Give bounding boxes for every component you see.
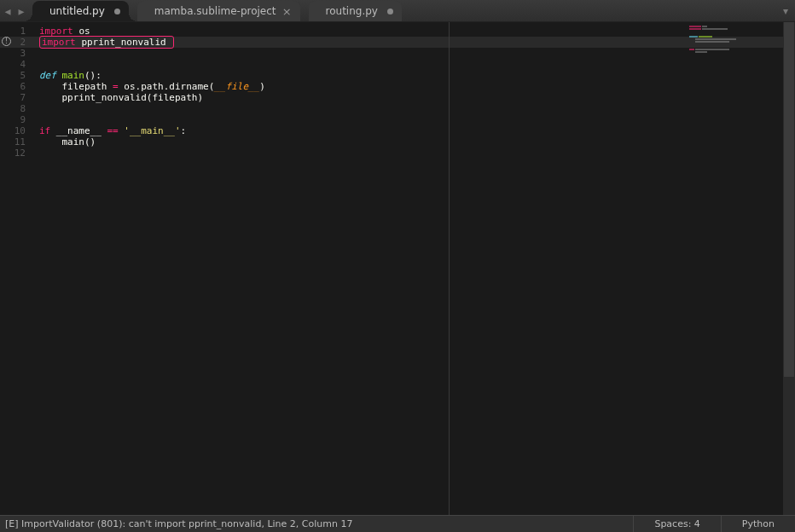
editor[interactable]: ! 1 2 3 4 5 6 7 8 9 10 11 12 import os i… <box>0 22 795 515</box>
nav-back-icon[interactable]: ◂ <box>2 4 14 18</box>
error-gutter-icon[interactable]: ! <box>2 37 11 46</box>
code-line <box>39 48 265 59</box>
line-number: 1 <box>0 26 32 37</box>
code-line: if __name__ == '__main__': <box>39 125 265 136</box>
tabs: untitled.py mamba.sublime-project × rout… <box>32 0 410 21</box>
gutter: ! 1 2 3 4 5 6 7 8 9 10 11 12 <box>0 22 32 159</box>
tab-bar: ◂ ▸ untitled.py mamba.sublime-project × … <box>0 0 795 22</box>
line-number: 8 <box>0 103 32 114</box>
line-number: 10 <box>0 125 32 136</box>
tab-label: mamba.sublime-project <box>154 5 276 17</box>
line-number: 12 <box>0 147 32 159</box>
scrollbar-thumb[interactable] <box>784 22 794 377</box>
line-number: 9 <box>0 114 32 125</box>
tab-label: routing.py <box>326 5 378 17</box>
tab-untitled[interactable]: untitled.py <box>32 1 129 21</box>
code-area[interactable]: import os import pprint_nonvalid def mai… <box>39 22 265 159</box>
code-line: filepath = os.path.dirname(__file__) <box>39 81 265 92</box>
code-line: main() <box>39 136 265 147</box>
dirty-dot-icon <box>114 9 120 14</box>
line-number: 6 <box>0 81 32 92</box>
code-line: def main(): <box>39 70 265 81</box>
line-number: 5 <box>0 70 32 81</box>
code-line <box>39 103 265 114</box>
minimap[interactable] <box>689 26 783 54</box>
tab-overflow-icon[interactable]: ▾ <box>776 0 795 21</box>
tab-routing[interactable]: routing.py <box>309 1 402 21</box>
ruler <box>449 22 450 515</box>
status-language[interactable]: Python <box>721 516 795 532</box>
line-number: 11 <box>0 136 32 147</box>
code-line: pprint_nonvalid(filepath) <box>39 92 265 103</box>
code-line <box>39 114 265 125</box>
code-line-error: import pprint_nonvalid <box>39 37 265 48</box>
status-bar: [E] ImportValidator (801): can't import … <box>0 515 795 532</box>
line-number: 4 <box>0 59 32 70</box>
vertical-scrollbar[interactable] <box>783 22 795 515</box>
code-line <box>39 147 265 159</box>
dirty-dot-icon <box>387 9 393 14</box>
code-line <box>39 59 265 70</box>
tab-mamba-project[interactable]: mamba.sublime-project × <box>137 1 300 21</box>
tab-label: untitled.py <box>49 5 105 17</box>
status-message[interactable]: [E] ImportValidator (801): can't import … <box>5 518 633 529</box>
close-icon[interactable]: × <box>282 6 292 17</box>
line-number: 3 <box>0 48 32 59</box>
status-indent[interactable]: Spaces: 4 <box>633 516 720 532</box>
line-number: 7 <box>0 92 32 103</box>
